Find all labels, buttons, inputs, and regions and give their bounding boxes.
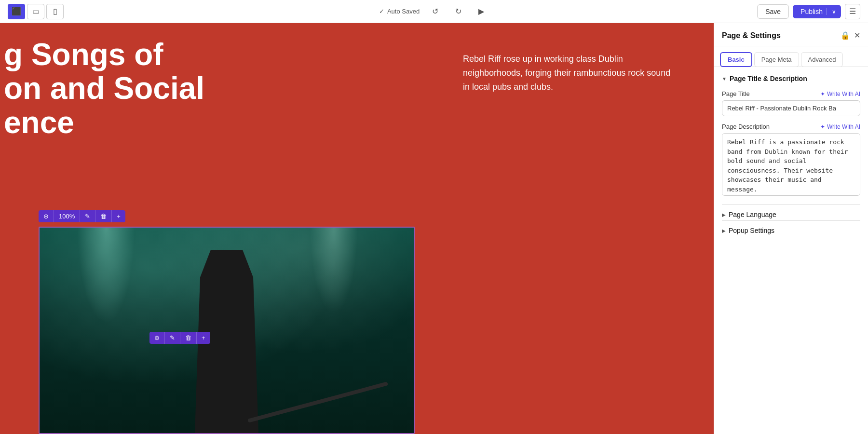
- add-icon: +: [117, 213, 121, 220]
- redo-icon: ↻: [455, 7, 461, 16]
- desktop-device-btn[interactable]: ⬛: [8, 4, 25, 19]
- play-icon: ▶: [478, 7, 484, 16]
- page-description-textarea[interactable]: Rebel Riff is a passionate rock band fro…: [722, 133, 860, 196]
- play-button[interactable]: ▶: [474, 4, 489, 19]
- section-move-handle[interactable]: ⊕: [149, 332, 165, 344]
- write-with-ai-desc-label: Write With AI: [827, 123, 860, 130]
- tablet-device-btn[interactable]: ▭: [27, 4, 44, 19]
- tablet-icon: ▭: [32, 7, 40, 16]
- toolbar-right: Save Publish ∨ ☰: [757, 4, 860, 19]
- main-toolbar: ⬛ ▭ ▯ ✓ Auto Saved ↺ ↻ ▶ Save Publish ∨ …: [0, 0, 868, 23]
- image-zoom-level: 100%: [54, 210, 80, 222]
- mobile-device-btn[interactable]: ▯: [46, 4, 64, 19]
- section-delete-button[interactable]: 🗑: [180, 332, 197, 344]
- mobile-icon: ▯: [53, 7, 57, 16]
- section-title-description-label: Page Title & Description: [730, 75, 807, 82]
- redo-button[interactable]: ↻: [450, 4, 466, 19]
- section-add-icon: +: [202, 334, 205, 341]
- right-settings-panel: Page & Settings 🔒 ✕ Basic Page Meta Adva…: [714, 23, 868, 434]
- hero-line-1: g Songs of: [4, 38, 204, 71]
- section-delete-icon: 🗑: [185, 334, 191, 341]
- panel-close-button[interactable]: ✕: [854, 31, 860, 40]
- tab-advanced[interactable]: Advanced: [801, 52, 843, 67]
- panel-title: Page & Settings: [722, 31, 781, 40]
- section-edit-button[interactable]: ✎: [165, 332, 180, 344]
- stage-light-left: [77, 228, 135, 324]
- publish-label: Publish: [800, 8, 827, 15]
- popup-settings-collapse-icon: ▶: [722, 228, 726, 233]
- move-icon: ⊕: [43, 213, 49, 220]
- ai-sparkle-icon-desc: ✦: [820, 123, 825, 130]
- panel-content: ▼ Page Title & Description Page Title ✦ …: [714, 67, 868, 434]
- image-edit-button[interactable]: ✎: [80, 210, 95, 222]
- page-title-label: Page Title: [722, 90, 750, 97]
- write-with-ai-desc[interactable]: ✦ Write With AI: [820, 123, 860, 130]
- page-description-label: Page Description: [722, 123, 770, 130]
- image-block-toolbar-top[interactable]: ⊕ 100% ✎ 🗑 +: [39, 210, 125, 222]
- image-delete-button[interactable]: 🗑: [95, 210, 112, 222]
- main-area: g Songs of on and Social ence Rebel Riff…: [0, 23, 868, 434]
- hero-headline: g Songs of on and Social ence: [0, 38, 204, 139]
- page-title-field-row: Page Title ✦ Write With AI: [722, 90, 860, 116]
- tab-basic[interactable]: Basic: [720, 52, 752, 67]
- canvas-background: g Songs of on and Social ence Rebel Riff…: [0, 23, 714, 434]
- image-move-handle[interactable]: ⊕: [39, 210, 54, 222]
- hero-subtitle: Rebel Riff rose up in working class Dubl…: [463, 52, 675, 94]
- close-icon: ✕: [854, 31, 860, 40]
- edit-icon: ✎: [85, 213, 90, 220]
- page-language-label: Page Language: [729, 211, 776, 218]
- lock-icon: 🔒: [841, 31, 850, 40]
- hamburger-icon: ☰: [849, 7, 856, 16]
- page-language-header[interactable]: ▶ Page Language: [722, 211, 860, 218]
- popup-settings-label: Popup Settings: [729, 227, 774, 234]
- section-toolbar-bottom[interactable]: ⊕ ✎ 🗑 +: [149, 332, 210, 344]
- popup-settings-header[interactable]: ▶ Popup Settings: [722, 227, 860, 234]
- section-collapse-icon: ▼: [722, 76, 727, 81]
- panel-header: Page & Settings 🔒 ✕: [714, 23, 868, 46]
- checkmark-icon: ✓: [379, 8, 384, 15]
- page-canvas: g Songs of on and Social ence Rebel Riff…: [0, 23, 714, 434]
- toolbar-center: ✓ Auto Saved ↺ ↻ ▶: [379, 4, 489, 19]
- page-language-collapse-icon: ▶: [722, 212, 726, 217]
- hero-line-2: on and Social: [4, 71, 204, 105]
- section-move-icon: ⊕: [154, 334, 160, 341]
- stage-light-right: [310, 228, 358, 314]
- tab-page-meta[interactable]: Page Meta: [754, 52, 799, 67]
- page-title-label-row: Page Title ✦ Write With AI: [722, 90, 860, 97]
- image-add-button[interactable]: +: [112, 210, 125, 222]
- panel-lock-button[interactable]: 🔒: [841, 31, 850, 40]
- guitarist-image-block[interactable]: [39, 227, 415, 434]
- ai-sparkle-icon-title: ✦: [820, 91, 825, 97]
- section-title-description-header[interactable]: ▼ Page Title & Description: [722, 75, 860, 82]
- hamburger-menu-button[interactable]: ☰: [845, 4, 860, 19]
- guitarist-image: [40, 228, 414, 433]
- panel-tabs: Basic Page Meta Advanced: [714, 46, 868, 67]
- hero-line-3: ence: [4, 106, 204, 139]
- publish-chevron-icon[interactable]: ∨: [827, 8, 841, 15]
- undo-icon: ↺: [432, 7, 438, 16]
- page-language-section: ▶ Page Language: [722, 204, 860, 218]
- section-edit-icon: ✎: [170, 334, 175, 341]
- save-button[interactable]: Save: [757, 4, 789, 19]
- zoom-percent: 100%: [59, 213, 75, 220]
- write-with-ai-title[interactable]: ✦ Write With AI: [820, 91, 860, 97]
- panel-header-icons: 🔒 ✕: [841, 31, 860, 40]
- section-add-button[interactable]: +: [197, 332, 210, 344]
- page-description-field-row: Page Description ✦ Write With AI Rebel R…: [722, 123, 860, 198]
- auto-saved-status: ✓ Auto Saved: [379, 8, 420, 15]
- undo-button[interactable]: ↺: [427, 4, 443, 19]
- page-title-input[interactable]: [722, 100, 860, 116]
- publish-button[interactable]: Publish ∨: [793, 5, 841, 18]
- auto-saved-label: Auto Saved: [387, 8, 420, 15]
- desktop-icon: ⬛: [12, 7, 21, 16]
- delete-icon: 🗑: [100, 213, 107, 220]
- page-description-label-row: Page Description ✦ Write With AI: [722, 123, 860, 130]
- write-with-ai-title-label: Write With AI: [827, 91, 860, 97]
- popup-settings-section: ▶ Popup Settings: [722, 220, 860, 234]
